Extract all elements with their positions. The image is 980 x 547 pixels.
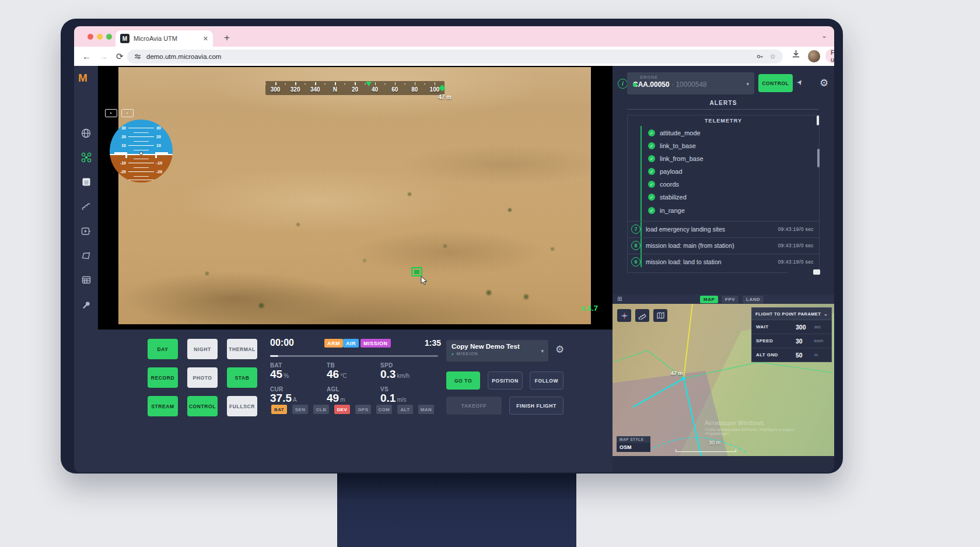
tracking-box-2	[121, 109, 134, 117]
flag-dev: DEV	[334, 405, 350, 414]
browser-tab[interactable]: M MicroAvia UTM ✕	[116, 30, 213, 47]
sidebar-item-stream[interactable]	[74, 222, 98, 240]
window-minimize-dot[interactable]	[97, 34, 103, 40]
drone-select-label: DRONE	[640, 75, 748, 79]
camera-button-fullscr[interactable]: FULLSCR	[227, 396, 257, 416]
video-feed[interactable]: 300 320 340 N 20 40 60 80 100 47 m 30	[98, 66, 612, 329]
utm-app: M H	[74, 66, 834, 472]
camera-button-control[interactable]: CONTROL	[187, 396, 218, 416]
attitude-aircraft-symbol	[114, 152, 127, 157]
sidebar-item-globe[interactable]	[74, 124, 98, 142]
drone-select-dropdown[interactable]: DRONE CAA.00050 · 10000548 ▾	[627, 72, 754, 94]
bookmark-star-icon[interactable]: ☆	[769, 52, 776, 61]
flag-alt: ALT	[397, 405, 413, 414]
check-icon: ✓	[648, 194, 655, 201]
sidebar-item-routes[interactable]	[74, 198, 98, 215]
alerts-scrollbar[interactable]	[817, 149, 820, 167]
tabstrip-chevron-icon[interactable]: ⌄	[821, 31, 827, 40]
layout-grid-icon[interactable]: ⊞	[617, 296, 622, 302]
compass-label: 20	[345, 81, 365, 95]
url-bar[interactable]: demo.utm.microavia.com ☆	[127, 50, 783, 64]
back-button[interactable]: ←	[82, 51, 91, 61]
tab-land[interactable]: LAND	[743, 296, 764, 303]
mission-select-dropdown[interactable]: Copy New Demo Test MISSION ▾	[446, 340, 548, 362]
status-badge-air: AIR	[343, 339, 359, 348]
scroll-bottom-button[interactable]	[813, 269, 820, 275]
compass-altitude-label: 47 m	[425, 94, 452, 100]
camera-button-stream[interactable]: STREAM	[148, 396, 178, 416]
telemetry-scrollbar[interactable]	[817, 115, 819, 125]
window-zoom-dot[interactable]	[106, 34, 112, 40]
control-button[interactable]: CONTROL	[758, 74, 793, 92]
url-text[interactable]: demo.utm.microavia.com	[146, 53, 751, 60]
sidebar-item-helipads[interactable]: H	[74, 173, 98, 191]
profile-avatar[interactable]	[808, 50, 820, 62]
camera-zoom-label: x 4.7	[581, 304, 598, 313]
camera-button-thermal[interactable]: THERMAL	[227, 339, 257, 359]
finish-flight-button[interactable]: FINISH FLIGHT	[509, 397, 564, 415]
event-row[interactable]: 9 mission load: land to station 09:43:19…	[627, 254, 820, 269]
param-row-speed: SPEED30km/h	[751, 334, 832, 348]
password-key-icon[interactable]	[756, 52, 764, 61]
mission-settings-gear-icon[interactable]: ⚙	[555, 343, 564, 356]
desert-video-frame	[118, 67, 591, 324]
camera-button-night[interactable]: NIGHT	[187, 339, 218, 359]
tab-map[interactable]: MAP	[700, 296, 718, 303]
follow-button[interactable]: FOLLOW	[530, 371, 564, 390]
camera-button-stab[interactable]: STAB	[227, 367, 257, 388]
tracked-vehicle-box[interactable]	[411, 267, 422, 276]
sidebar-item-drones[interactable]	[74, 149, 98, 166]
browser-tabstrip: M MicroAvia UTM ✕ + ⌄	[74, 26, 834, 47]
mouse-cursor-icon	[420, 276, 428, 285]
forward-button[interactable]: →	[99, 51, 108, 61]
microavia-logo: M	[78, 72, 88, 85]
compass-tool-button[interactable]	[617, 309, 631, 322]
telemetry-title: TELEMETRY	[628, 115, 819, 124]
map-layers-button[interactable]	[653, 309, 667, 322]
camera-button-day[interactable]: DAY	[148, 339, 178, 359]
status-badge-mission: MISSION	[360, 339, 391, 348]
check-item: ✓stabilized	[648, 194, 687, 201]
new-tab-button[interactable]: +	[220, 31, 234, 45]
map-style-selector[interactable]: MAP STYLE OSM	[617, 436, 650, 452]
metric-value-vs: 0.1m/s	[380, 392, 407, 405]
subsystem-flags: BAT SEN CLB DEV GPS COM ALT MAN	[271, 405, 434, 414]
check-item: ✓coords	[648, 181, 679, 188]
position-button[interactable]: POSITION	[488, 371, 523, 390]
params-collapse-icon[interactable]: ⌄	[824, 311, 828, 317]
compass-strip: 300 320 340 N 20 40 60 80 100	[265, 81, 444, 95]
drone-online-dot	[633, 83, 637, 87]
camera-button-record[interactable]: RECORD	[148, 367, 178, 388]
routes-icon	[81, 202, 91, 212]
mission-type-label: MISSION	[452, 352, 543, 356]
check-icon: ✓	[648, 168, 655, 175]
info-icon[interactable]: i	[618, 79, 628, 89]
stream-icon	[81, 227, 91, 236]
helipad-icon: H	[82, 177, 91, 187]
event-number: 7	[631, 225, 640, 234]
event-row[interactable]: 8 mission load: main (from station) 09:4…	[627, 237, 820, 253]
camera-button-photo[interactable]: PHOTO	[187, 367, 218, 388]
follow-cursor-icon[interactable]: ➤	[794, 78, 804, 87]
reload-button[interactable]: ⟳	[116, 51, 124, 62]
params-header[interactable]: FLIGHT TO POINT PARAMET⌄	[751, 307, 832, 320]
takeoff-button[interactable]: TAKEOFF	[446, 397, 502, 415]
download-icon[interactable]	[792, 50, 800, 58]
globe-icon	[81, 128, 91, 138]
windows-watermark: Активация Windows Чтобы активировать Win…	[705, 419, 804, 436]
mission-dropdown-caret-icon: ▾	[541, 348, 544, 354]
ruler-tool-button[interactable]	[635, 309, 649, 322]
mission-progress-bar	[270, 355, 438, 357]
sidebar-item-settings[interactable]	[74, 296, 98, 313]
tab-fpv[interactable]: FPV	[722, 296, 738, 303]
goto-button[interactable]: GO TO	[446, 371, 480, 390]
minimap[interactable]: 47 m FLIGHT TO POINT PARAMET⌄	[612, 304, 834, 456]
sidebar-item-table[interactable]	[74, 271, 98, 289]
window-close-dot[interactable]	[88, 34, 93, 40]
event-row[interactable]: 7 load emergency landing sites 09:43:19/…	[627, 221, 820, 237]
browser-window: M MicroAvia UTM ✕ + ⌄ ← → ⟳ demo.utm.mic…	[74, 26, 834, 472]
flag-sen: SEN	[292, 405, 308, 414]
sidebar-item-zones[interactable]	[74, 247, 98, 264]
tab-close-icon[interactable]: ✕	[203, 35, 208, 43]
panel-settings-gear-icon[interactable]: ⚙	[820, 77, 828, 89]
